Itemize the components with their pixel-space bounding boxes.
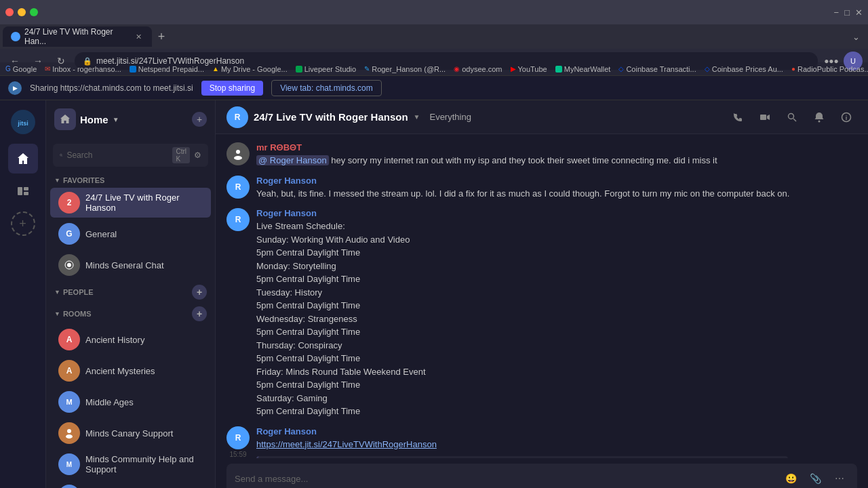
bookmarks-bar: G Google ✉ Inbox - rogerhanso... Netspen… <box>0 62 868 76</box>
message-react-button[interactable]: 😄 <box>803 176 819 192</box>
channel-avatar: A <box>58 329 80 350</box>
channel-item-community-help[interactable]: M Minds Community Help and Support <box>50 449 211 479</box>
svg-point-12 <box>789 113 794 119</box>
video-button[interactable] <box>754 106 776 128</box>
channel-item-ancient-history[interactable]: A Ancient History <box>50 325 211 354</box>
home-header[interactable]: Home ▼ + <box>46 100 215 138</box>
call-button[interactable] <box>727 106 749 128</box>
bookmark-odysee[interactable]: ◉ odysee.com <box>454 65 502 73</box>
message-text: @ Roger Hanson hey sorry my internet ran… <box>256 154 815 167</box>
sidebar-add-button[interactable]: + <box>11 211 35 236</box>
bookmark-coinbase-tx[interactable]: ◇ Coinbase Transacti... <box>618 65 696 73</box>
more-options-button[interactable]: ⋯ <box>830 469 849 488</box>
attach-button[interactable]: 📎 <box>806 469 825 488</box>
message-react-button[interactable]: 😄 <box>795 426 811 443</box>
sidebar-home-icon[interactable] <box>8 144 38 174</box>
svg-rect-4 <box>24 192 28 195</box>
tab-strip-menu[interactable]: ⌄ <box>847 32 865 42</box>
svg-text:jitsi: jitsi <box>17 120 28 127</box>
svg-line-6 <box>62 156 62 157</box>
message-audio-button[interactable]: 🎤 <box>841 208 857 224</box>
message-link[interactable]: https://meet.jit.si/247LiveTVWithRogerHa… <box>256 439 437 449</box>
bookmark-mynearwallet[interactable]: MyNearWallet <box>555 65 611 73</box>
svg-rect-3 <box>24 187 28 190</box>
active-tab[interactable]: 24/7 Live TV With Roger Han... ✕ <box>3 26 152 47</box>
message-header: Roger Hanson <box>256 176 796 186</box>
svg-point-5 <box>60 154 62 156</box>
channel-item-middle-ages[interactable]: M Middle Ages <box>50 387 211 417</box>
minimize-icon[interactable]: − <box>834 7 840 18</box>
sharing-bar: ▶ Sharing https://chat.minds.com to meet… <box>0 76 868 100</box>
rooms-section-header[interactable]: ▼ Rooms + <box>46 302 215 324</box>
home-add-button[interactable]: + <box>192 112 207 127</box>
favorites-chevron-icon: ▼ <box>54 177 60 184</box>
bookmark-radiopublic[interactable]: ● RadioPublic Podcas... <box>791 65 868 73</box>
channel-avatar: M <box>58 453 80 475</box>
emoji-button[interactable]: 😀 <box>781 469 800 488</box>
search-button[interactable] <box>781 106 803 128</box>
channel-name: 24/7 Live TV with Roger Hanson <box>85 192 203 213</box>
icon-sidebar: jitsi + <box>0 100 46 488</box>
search-settings-icon[interactable]: ⚙ <box>194 150 201 160</box>
new-tab-button[interactable]: + <box>152 27 171 46</box>
channel-avatar: M <box>58 391 80 413</box>
channel-avatar: 2 <box>58 192 80 214</box>
bookmark-drive[interactable]: ▲ My Drive - Google... <box>212 65 288 73</box>
tab-close-button[interactable]: ✕ <box>134 31 144 42</box>
tab-title: 24/7 Live TV With Roger Han... <box>24 27 130 46</box>
people-add-button[interactable]: + <box>192 285 207 300</box>
channel-avatar: G <box>58 223 80 245</box>
message-input[interactable] <box>235 474 776 484</box>
sidebar-rooms-icon[interactable] <box>8 176 38 206</box>
svg-rect-2 <box>18 187 22 195</box>
message-more-button[interactable]: ⋮ <box>822 176 838 192</box>
youtube-bookmark-label: YouTube <box>518 65 547 73</box>
message-content: mr RΘBΘT @ Roger Hanson hey sorry my int… <box>256 142 815 167</box>
favorites-section-header[interactable]: ▼ Favorites <box>46 172 215 187</box>
message-header: Roger Hanson <box>256 208 796 218</box>
channel-item-modern-history[interactable]: M Modern History <box>50 481 211 488</box>
channel-name: Minds Community Help and Support <box>85 454 203 474</box>
close-icon[interactable]: ✕ <box>855 7 863 18</box>
stop-sharing-button[interactable]: Stop sharing <box>201 81 263 96</box>
sharing-text: Sharing https://chat.minds.com to meet.j… <box>30 83 193 93</box>
bookmark-youtube[interactable]: ▶ YouTube <box>511 65 547 73</box>
message-schedule-text: Live Stream Schedule: Sunday: Working Wi… <box>256 220 796 418</box>
channel-item-ancient-mysteries[interactable]: A Ancient Mysteries <box>50 356 211 386</box>
message-more-button[interactable]: ⋮ <box>814 426 830 443</box>
search-input[interactable] <box>66 150 168 160</box>
info-button[interactable]: i <box>835 106 857 128</box>
message-more-button[interactable]: ⋮ <box>841 142 857 159</box>
svg-point-17 <box>236 150 240 154</box>
people-section-header[interactable]: ▼ People + <box>46 281 215 302</box>
channel-item-247live[interactable]: 2 24/7 Live TV with Roger Hanson <box>50 188 211 218</box>
search-bar[interactable]: Ctrl K ⚙ <box>53 144 208 167</box>
bookmark-inbox[interactable]: ✉ Inbox - rogerhanso... <box>45 65 121 73</box>
chat-input-container: 😀 📎 ⋯ <box>226 464 857 488</box>
chat-messages: mr RΘBΘT @ Roger Hanson hey sorry my int… <box>216 134 868 458</box>
notifications-button[interactable] <box>808 106 830 128</box>
bookmark-livepeer[interactable]: Livepeer Studio <box>296 65 356 73</box>
view-tab-button[interactable]: View tab: chat.minds.com <box>271 80 382 96</box>
bookmark-coinbase-prices[interactable]: ◇ Coinbase Prices Au... <box>705 65 783 73</box>
chat-title-chevron-icon: ▼ <box>414 113 420 121</box>
bookmark-netspend[interactable]: Netspend Prepaid... <box>130 65 204 73</box>
bookmark-roger[interactable]: ✎ Roger_Hanson (@R... <box>364 65 446 73</box>
message-react-button[interactable]: 😄 <box>822 142 838 159</box>
channel-name: Minds Canary Support <box>85 428 173 439</box>
message-more-button[interactable]: ⋮ <box>822 208 838 224</box>
bookmark-google[interactable]: G Google <box>5 65 37 73</box>
channel-avatar <box>58 254 80 276</box>
jitsi-logo: jitsi <box>7 106 39 138</box>
main-chat: R 24/7 Live TV with Roger Hanson ▼ Every… <box>216 100 868 488</box>
message-avatar: R <box>226 208 250 231</box>
svg-point-18 <box>234 156 242 160</box>
message-row: R 15:59 Roger Hanson https://meet.jit.si… <box>226 426 857 459</box>
channel-item-general[interactable]: G General <box>50 219 211 249</box>
channel-item-minds-general[interactable]: Minds General Chat <box>50 250 211 280</box>
rooms-add-button[interactable]: + <box>192 306 207 321</box>
message-emoji-button[interactable]: 😄 <box>841 176 857 192</box>
message-react-button[interactable]: 😄 <box>803 208 819 224</box>
maximize-icon[interactable]: □ <box>844 7 850 18</box>
channel-item-canary-support[interactable]: Minds Canary Support <box>50 418 211 448</box>
